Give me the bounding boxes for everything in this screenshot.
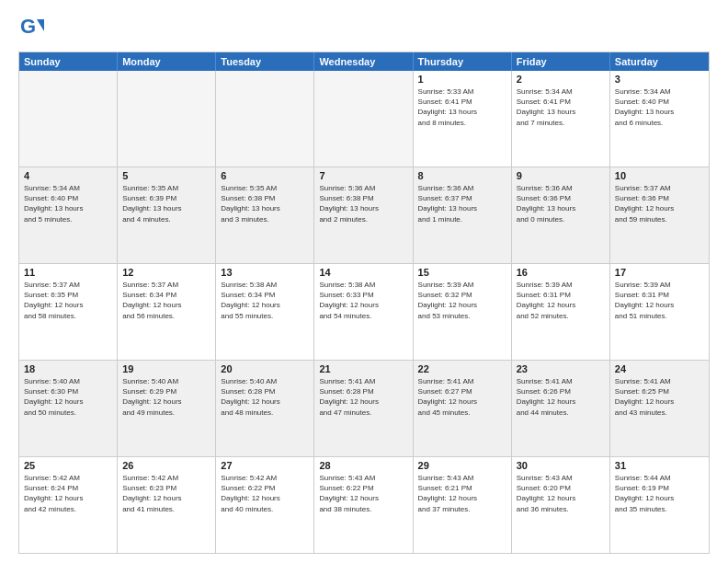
calendar-cell-15: 15Sunrise: 5:39 AM Sunset: 6:32 PM Dayli…: [414, 264, 512, 360]
day-number: 9: [517, 170, 605, 181]
calendar-cell-27: 27Sunrise: 5:42 AM Sunset: 6:22 PM Dayli…: [216, 457, 314, 553]
header: G: [18, 15, 710, 42]
day-number: 27: [221, 460, 309, 471]
cell-text: Sunrise: 5:40 AM Sunset: 6:30 PM Dayligh…: [24, 376, 112, 418]
day-number: 7: [319, 170, 407, 181]
day-number: 18: [24, 363, 112, 374]
cell-text: Sunrise: 5:37 AM Sunset: 6:34 PM Dayligh…: [122, 280, 210, 321]
calendar-cell-empty-3: [314, 71, 413, 167]
calendar-cell-31: 31Sunrise: 5:44 AM Sunset: 6:19 PM Dayli…: [610, 457, 709, 553]
calendar: SundayMondayTuesdayWednesdayThursdayFrid…: [18, 52, 710, 554]
calendar-cell-17: 17Sunrise: 5:39 AM Sunset: 6:31 PM Dayli…: [610, 264, 709, 360]
cell-text: Sunrise: 5:34 AM Sunset: 6:41 PM Dayligh…: [517, 86, 605, 128]
day-number: 13: [221, 267, 309, 278]
cell-text: Sunrise: 5:35 AM Sunset: 6:39 PM Dayligh…: [122, 183, 210, 224]
header-day-tuesday: Tuesday: [216, 52, 314, 71]
cell-text: Sunrise: 5:41 AM Sunset: 6:27 PM Dayligh…: [418, 376, 506, 418]
day-number: 3: [615, 74, 704, 85]
cell-text: Sunrise: 5:36 AM Sunset: 6:36 PM Dayligh…: [517, 183, 605, 224]
day-number: 12: [122, 267, 210, 278]
header-day-saturday: Saturday: [610, 52, 709, 71]
day-number: 25: [24, 460, 112, 471]
cell-text: Sunrise: 5:43 AM Sunset: 6:21 PM Dayligh…: [418, 473, 506, 514]
calendar-cell-2: 2Sunrise: 5:34 AM Sunset: 6:41 PM Daylig…: [512, 71, 610, 167]
cell-text: Sunrise: 5:36 AM Sunset: 6:38 PM Dayligh…: [319, 183, 407, 224]
logo-icon: G: [18, 15, 46, 42]
calendar-cell-12: 12Sunrise: 5:37 AM Sunset: 6:34 PM Dayli…: [118, 264, 216, 360]
cell-text: Sunrise: 5:40 AM Sunset: 6:29 PM Dayligh…: [122, 376, 210, 418]
calendar-cell-8: 8Sunrise: 5:36 AM Sunset: 6:37 PM Daylig…: [414, 167, 512, 263]
day-number: 4: [24, 170, 112, 181]
calendar-cell-4: 4Sunrise: 5:34 AM Sunset: 6:40 PM Daylig…: [19, 167, 118, 263]
cell-text: Sunrise: 5:42 AM Sunset: 6:22 PM Dayligh…: [221, 473, 309, 514]
calendar-page: G SundayMondayTuesdayWednesdayThursdayFr…: [0, 0, 728, 563]
cell-text: Sunrise: 5:39 AM Sunset: 6:32 PM Dayligh…: [418, 280, 506, 321]
header-day-sunday: Sunday: [19, 52, 118, 71]
day-number: 19: [122, 363, 210, 374]
calendar-row-2: 11Sunrise: 5:37 AM Sunset: 6:35 PM Dayli…: [19, 264, 709, 361]
day-number: 29: [418, 460, 506, 471]
calendar-cell-29: 29Sunrise: 5:43 AM Sunset: 6:21 PM Dayli…: [414, 457, 512, 553]
cell-text: Sunrise: 5:39 AM Sunset: 6:31 PM Dayligh…: [517, 280, 605, 321]
header-day-wednesday: Wednesday: [314, 52, 413, 71]
calendar-cell-18: 18Sunrise: 5:40 AM Sunset: 6:30 PM Dayli…: [19, 361, 118, 456]
cell-text: Sunrise: 5:37 AM Sunset: 6:35 PM Dayligh…: [24, 280, 112, 321]
calendar-cell-24: 24Sunrise: 5:41 AM Sunset: 6:25 PM Dayli…: [610, 361, 709, 456]
calendar-cell-19: 19Sunrise: 5:40 AM Sunset: 6:29 PM Dayli…: [118, 361, 216, 456]
day-number: 14: [319, 267, 407, 278]
cell-text: Sunrise: 5:40 AM Sunset: 6:28 PM Dayligh…: [221, 376, 309, 418]
day-number: 30: [517, 460, 605, 471]
svg-marker-1: [37, 19, 44, 31]
calendar-body: 1Sunrise: 5:33 AM Sunset: 6:41 PM Daylig…: [19, 71, 709, 553]
calendar-cell-20: 20Sunrise: 5:40 AM Sunset: 6:28 PM Dayli…: [216, 361, 314, 456]
cell-text: Sunrise: 5:43 AM Sunset: 6:22 PM Dayligh…: [319, 473, 407, 514]
cell-text: Sunrise: 5:34 AM Sunset: 6:40 PM Dayligh…: [24, 183, 112, 224]
calendar-cell-22: 22Sunrise: 5:41 AM Sunset: 6:27 PM Dayli…: [414, 361, 512, 456]
cell-text: Sunrise: 5:38 AM Sunset: 6:34 PM Dayligh…: [221, 280, 309, 321]
calendar-cell-10: 10Sunrise: 5:37 AM Sunset: 6:36 PM Dayli…: [610, 167, 709, 263]
calendar-cell-14: 14Sunrise: 5:38 AM Sunset: 6:33 PM Dayli…: [314, 264, 413, 360]
calendar-cell-21: 21Sunrise: 5:41 AM Sunset: 6:28 PM Dayli…: [314, 361, 413, 456]
day-number: 21: [319, 363, 407, 374]
calendar-cell-16: 16Sunrise: 5:39 AM Sunset: 6:31 PM Dayli…: [512, 264, 610, 360]
cell-text: Sunrise: 5:37 AM Sunset: 6:36 PM Dayligh…: [615, 183, 704, 224]
cell-text: Sunrise: 5:35 AM Sunset: 6:38 PM Dayligh…: [221, 183, 309, 224]
day-number: 17: [615, 267, 704, 278]
cell-text: Sunrise: 5:41 AM Sunset: 6:25 PM Dayligh…: [615, 376, 704, 418]
day-number: 2: [517, 74, 605, 85]
day-number: 15: [418, 267, 506, 278]
header-day-monday: Monday: [118, 52, 216, 71]
day-number: 11: [24, 267, 112, 278]
calendar-cell-empty-0: [19, 71, 118, 167]
calendar-cell-7: 7Sunrise: 5:36 AM Sunset: 6:38 PM Daylig…: [314, 167, 413, 263]
calendar-cell-30: 30Sunrise: 5:43 AM Sunset: 6:20 PM Dayli…: [512, 457, 610, 553]
calendar-cell-23: 23Sunrise: 5:41 AM Sunset: 6:26 PM Dayli…: [512, 361, 610, 456]
day-number: 16: [517, 267, 605, 278]
day-number: 22: [418, 363, 506, 374]
calendar-cell-28: 28Sunrise: 5:43 AM Sunset: 6:22 PM Dayli…: [314, 457, 413, 553]
calendar-cell-empty-2: [216, 71, 314, 167]
cell-text: Sunrise: 5:42 AM Sunset: 6:24 PM Dayligh…: [24, 473, 112, 514]
calendar-row-3: 18Sunrise: 5:40 AM Sunset: 6:30 PM Dayli…: [19, 361, 709, 457]
header-day-friday: Friday: [512, 52, 610, 71]
calendar-cell-empty-1: [118, 71, 216, 167]
cell-text: Sunrise: 5:36 AM Sunset: 6:37 PM Dayligh…: [418, 183, 506, 224]
day-number: 8: [418, 170, 506, 181]
cell-text: Sunrise: 5:39 AM Sunset: 6:31 PM Dayligh…: [615, 280, 704, 321]
day-number: 20: [221, 363, 309, 374]
calendar-row-4: 25Sunrise: 5:42 AM Sunset: 6:24 PM Dayli…: [19, 457, 709, 553]
calendar-row-1: 4Sunrise: 5:34 AM Sunset: 6:40 PM Daylig…: [19, 167, 709, 264]
cell-text: Sunrise: 5:33 AM Sunset: 6:41 PM Dayligh…: [418, 86, 506, 128]
calendar-cell-26: 26Sunrise: 5:42 AM Sunset: 6:23 PM Dayli…: [118, 457, 216, 553]
cell-text: Sunrise: 5:38 AM Sunset: 6:33 PM Dayligh…: [319, 280, 407, 321]
day-number: 1: [418, 74, 506, 85]
cell-text: Sunrise: 5:41 AM Sunset: 6:26 PM Dayligh…: [517, 376, 605, 418]
logo: G: [18, 15, 50, 42]
calendar-cell-13: 13Sunrise: 5:38 AM Sunset: 6:34 PM Dayli…: [216, 264, 314, 360]
day-number: 26: [122, 460, 210, 471]
calendar-cell-25: 25Sunrise: 5:42 AM Sunset: 6:24 PM Dayli…: [19, 457, 118, 553]
calendar-cell-6: 6Sunrise: 5:35 AM Sunset: 6:38 PM Daylig…: [216, 167, 314, 263]
day-number: 24: [615, 363, 704, 374]
day-number: 31: [615, 460, 704, 471]
cell-text: Sunrise: 5:34 AM Sunset: 6:40 PM Dayligh…: [615, 86, 704, 128]
